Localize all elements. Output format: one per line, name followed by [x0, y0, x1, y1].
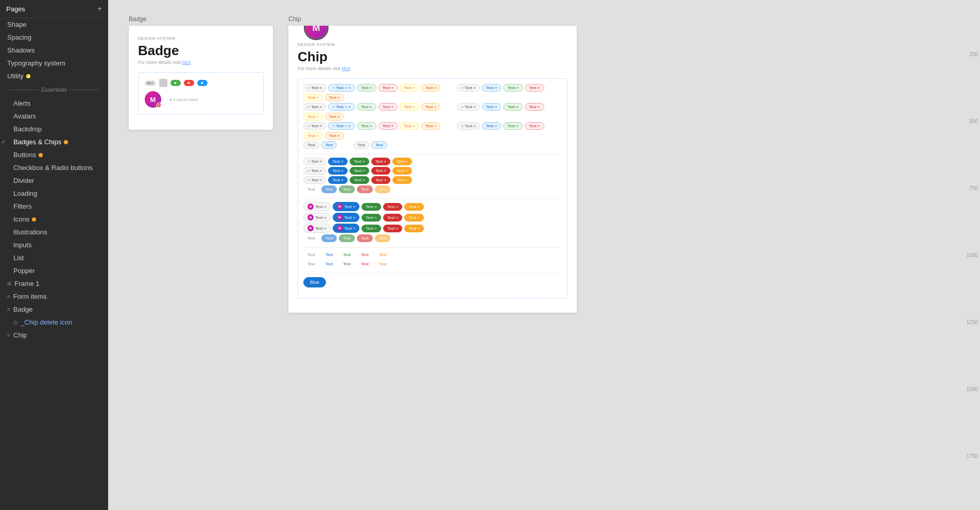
chip-avatar-small-blue[interactable]: Text	[321, 234, 337, 242]
chip-filled-default-2[interactable]: ○ Text ×	[303, 167, 326, 175]
chip-orange-2[interactable]: Text ×	[325, 94, 345, 101]
chip-to-blue-2[interactable]: Text	[321, 260, 337, 268]
badge-link[interactable]: MUI	[182, 60, 191, 65]
add-page-button[interactable]: +	[97, 4, 102, 13]
chip-red-1[interactable]: Text ×	[379, 84, 398, 92]
sidebar-item-backdrop[interactable]: Backdrop	[0, 123, 108, 135]
sidebar-item-formitems[interactable]: ≡ Form items	[0, 290, 108, 303]
chip-filled-small-blue[interactable]: Text	[321, 185, 337, 193]
chip-red-4[interactable]: Text ×	[525, 103, 544, 111]
chip-blue-2[interactable]: Text ×	[482, 84, 502, 92]
chip-avatar-small-green[interactable]: Text	[339, 234, 355, 242]
sidebar-item-badge[interactable]: ≡ Badge	[0, 303, 108, 316]
chip-text-only-1[interactable]: Text	[303, 185, 319, 193]
chip-text-2[interactable]: ○ Text ×	[457, 84, 479, 92]
chip-avatar-2[interactable]: MText ×	[303, 213, 331, 222]
sidebar-item-utility[interactable]: Utility	[0, 70, 108, 82]
chip-filled-red[interactable]: Text ×	[371, 158, 391, 165]
chip-filled-blue-2[interactable]: Text ×	[328, 167, 348, 175]
chip-small-1[interactable]: Text	[303, 141, 319, 149]
chip-avatar-yellow[interactable]: Text ×	[404, 203, 424, 211]
chip-filled-small-red[interactable]: Text	[357, 185, 373, 193]
chip-to-2[interactable]: Text	[303, 260, 319, 268]
chip-green-5[interactable]: Text ×	[357, 122, 376, 130]
chip-red-3[interactable]: Text ×	[379, 103, 398, 111]
chip-green-1[interactable]: Text ×	[357, 84, 376, 92]
sidebar-item-filters[interactable]: Filters	[0, 200, 108, 213]
chip-to-red-2[interactable]: Text	[357, 260, 373, 268]
sidebar-item-divider[interactable]: Divider	[0, 174, 108, 187]
chip-orange-3[interactable]: Text ×	[421, 103, 441, 111]
chip-avatar-blue-2[interactable]: MText ×	[333, 213, 360, 222]
chip-filled-blue-3[interactable]: Text ×	[328, 176, 348, 184]
chip-avatar-small-red[interactable]: Text	[357, 234, 373, 242]
sidebar-item-inputs[interactable]: Inputs	[0, 239, 108, 251]
chip-yellow-5[interactable]: Text ×	[400, 122, 419, 130]
sidebar-item-shape[interactable]: Shape	[0, 18, 108, 31]
sidebar-item-typography[interactable]: Typography system	[0, 57, 108, 70]
chip-green-4[interactable]: Text ×	[503, 103, 523, 111]
chip-avatar-small-yellow[interactable]: Text	[375, 234, 391, 242]
chip-avatar-yellow-2[interactable]: Text ×	[404, 214, 424, 222]
chip-yellow-3[interactable]: Text ×	[400, 103, 419, 111]
chip-avatar-small[interactable]: Text	[303, 234, 319, 242]
sidebar-item-loading[interactable]: Loading	[0, 187, 108, 200]
chip-avatar-blue[interactable]: MText ×	[333, 202, 360, 211]
chip-filled-yellow[interactable]: Text ×	[392, 158, 412, 165]
sidebar-item-avatars[interactable]: Avatars	[0, 110, 108, 123]
chip-to-1[interactable]: Text	[303, 251, 319, 259]
chip-avatar-blue-3[interactable]: MText ×	[333, 224, 360, 233]
chip-avatar-green-2[interactable]: Text ×	[362, 214, 381, 222]
sidebar-item-chip[interactable]: ≡ Chip	[0, 329, 108, 342]
sidebar-item-badges[interactable]: Badges & Chips	[0, 135, 108, 148]
sidebar-item-spacing[interactable]: Spacing	[0, 31, 108, 44]
chip-green-2[interactable]: Text ×	[503, 84, 523, 92]
chip-red-6[interactable]: Text ×	[525, 122, 544, 130]
chip-avatar-green[interactable]: Text ×	[362, 203, 381, 211]
chip-avatar-1[interactable]: MText ×	[303, 202, 331, 211]
sidebar-item-icons[interactable]: Icons	[0, 213, 108, 226]
chip-red-2[interactable]: Text ×	[525, 84, 544, 92]
chip-avatar-yellow-3[interactable]: Text ×	[404, 225, 424, 232]
chip-red-5[interactable]: Text ×	[379, 122, 398, 130]
chip-to-green-2[interactable]: Text	[339, 260, 355, 268]
sidebar-item-popper[interactable]: Popper	[0, 264, 108, 277]
chip-filled-green-2[interactable]: Text ×	[350, 167, 369, 175]
chip-to-yellow-2[interactable]: Text	[375, 260, 391, 268]
chip-filled-red-2[interactable]: Text ×	[371, 167, 391, 175]
chip-orange-4[interactable]: Text ×	[325, 113, 345, 121]
chip-to-red[interactable]: Text	[357, 251, 373, 259]
chip-green-3[interactable]: Text ×	[357, 103, 376, 111]
sidebar-item-shadows[interactable]: Shadows	[0, 44, 108, 57]
chip-yellow-4[interactable]: Text ×	[303, 113, 323, 121]
chip-blue-6[interactable]: Text ×	[482, 122, 502, 130]
sidebar-item-frame1[interactable]: ⊞ Frame 1	[0, 277, 108, 290]
chip-small-2[interactable]: Text	[353, 141, 369, 149]
chip-text-4[interactable]: ○ Text ×	[457, 103, 479, 111]
sidebar-item-alerts[interactable]: Alerts	[0, 97, 108, 110]
chip-avatar-3[interactable]: MText ×	[303, 224, 331, 233]
main-canvas[interactable]: 250 500 750 1000 1250 1500 1750 Badge DE…	[108, 0, 980, 510]
chip-blue-4[interactable]: Text ×	[482, 103, 502, 111]
sidebar-item-chip-delete[interactable]: ◇ _Chip delete icon	[0, 316, 108, 329]
chip-blue-1[interactable]: ○ Text ○ ×	[328, 84, 355, 92]
chip-filled-yellow-2[interactable]: Text ×	[392, 167, 412, 175]
chip-filled-default-3[interactable]: ○ Text ×	[303, 176, 326, 184]
chip-avatar-red[interactable]: Text ×	[383, 203, 403, 211]
sidebar-item-checkbox[interactable]: Checkbox & Radio buttons	[0, 161, 108, 174]
chip-small-blue[interactable]: Text	[321, 141, 337, 149]
chip-cta-button[interactable]: Blue	[303, 277, 326, 287]
chip-avatar-green-3[interactable]: Text ×	[362, 225, 381, 232]
chip-yellow-2[interactable]: Text ×	[303, 94, 323, 101]
chip-green-6[interactable]: Text ×	[503, 122, 523, 130]
chip-small-blue-2[interactable]: Text	[371, 141, 387, 149]
chip-blue-5[interactable]: ○ Text ○ ×	[328, 122, 355, 130]
chip-to-blue[interactable]: Text	[321, 251, 337, 259]
sidebar-item-buttons[interactable]: Buttons	[0, 148, 108, 161]
chip-text-1[interactable]: ○ Text ×	[303, 84, 326, 92]
chip-filled-yellow-3[interactable]: Text ×	[392, 176, 412, 184]
chip-blue-3[interactable]: ○ Text ○ ×	[328, 103, 355, 111]
chip-orange-5[interactable]: Text ×	[421, 122, 441, 130]
chip-to-yellow[interactable]: Text	[375, 251, 391, 259]
chip-avatar-red-3[interactable]: Text ×	[383, 225, 403, 232]
